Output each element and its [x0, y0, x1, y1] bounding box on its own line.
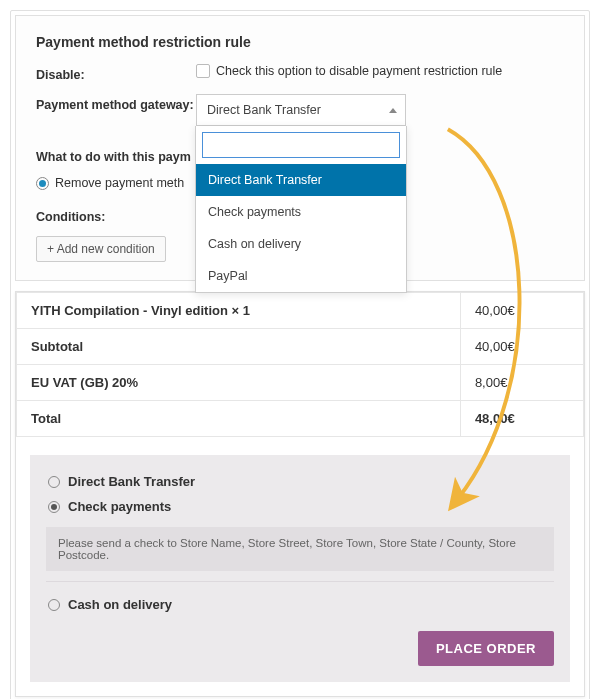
gateway-select[interactable]: Direct Bank Transfer: [196, 94, 406, 126]
what-to-do-label: What to do with this paym: [36, 146, 191, 164]
payment-option-check[interactable]: Check payments: [46, 494, 554, 519]
subtotal-label: Subtotal: [17, 329, 461, 365]
divider: [46, 581, 554, 582]
dropdown-search-wrap: [196, 126, 406, 164]
payment-option-bank[interactable]: Direct Bank Transfer: [46, 469, 554, 494]
subtotal-value: 40,00€: [460, 329, 583, 365]
disable-checkbox[interactable]: [196, 64, 210, 78]
disable-text: Check this option to disable payment res…: [216, 64, 502, 78]
disable-label: Disable:: [36, 64, 196, 82]
payment-option-cod[interactable]: Cash on delivery: [46, 592, 554, 617]
table-row: Subtotal40,00€: [17, 329, 584, 365]
vat-value: 8,00€: [460, 365, 583, 401]
table-row: Total48,00€: [17, 401, 584, 437]
item-value: 40,00€: [460, 293, 583, 329]
dropdown-option[interactable]: Check payments: [196, 196, 406, 228]
add-condition-button[interactable]: + Add new condition: [36, 236, 166, 262]
gateway-selected-value: Direct Bank Transfer: [207, 103, 321, 117]
item-label: YITH Compilation - Vinyl edition × 1: [17, 293, 461, 329]
payment-option-label: Direct Bank Transfer: [68, 474, 195, 489]
chevron-up-icon: [389, 108, 397, 113]
vat-label: EU VAT (GB) 20%: [17, 365, 461, 401]
dropdown-search-input[interactable]: [202, 132, 400, 158]
total-label: Total: [17, 401, 461, 437]
conditions-label: Conditions:: [36, 206, 196, 224]
radio-icon: [36, 177, 49, 190]
radio-icon: [48, 476, 60, 488]
order-totals-table: YITH Compilation - Vinyl edition × 140,0…: [16, 292, 584, 437]
payment-methods-area: Direct Bank Transfer Check payments Plea…: [30, 455, 570, 682]
dropdown-option[interactable]: PayPal: [196, 260, 406, 292]
panel-title: Payment method restriction rule: [36, 34, 564, 50]
disable-row: Disable: Check this option to disable pa…: [36, 64, 564, 82]
dropdown-option[interactable]: Cash on delivery: [196, 228, 406, 260]
table-row: EU VAT (GB) 20%8,00€: [17, 365, 584, 401]
total-value: 48,00€: [460, 401, 583, 437]
radio-icon: [48, 599, 60, 611]
gateway-row: Payment method gateway: Direct Bank Tran…: [36, 94, 564, 126]
rule-settings-panel: Payment method restriction rule Disable:…: [15, 15, 585, 281]
payment-option-label: Check payments: [68, 499, 171, 514]
page-container: Payment method restriction rule Disable:…: [10, 10, 590, 699]
dropdown-option[interactable]: Direct Bank Transfer: [196, 164, 406, 196]
radio-icon: [48, 501, 60, 513]
table-row: YITH Compilation - Vinyl edition × 140,0…: [17, 293, 584, 329]
place-order-button[interactable]: PLACE ORDER: [418, 631, 554, 666]
remove-method-label: Remove payment meth: [55, 176, 184, 190]
gateway-label: Payment method gateway:: [36, 94, 196, 112]
payment-note: Please send a check to Store Name, Store…: [46, 527, 554, 571]
payment-option-label: Cash on delivery: [68, 597, 172, 612]
checkout-card: YITH Compilation - Vinyl edition × 140,0…: [15, 291, 585, 697]
gateway-dropdown: Direct Bank Transfer Check payments Cash…: [195, 126, 407, 293]
